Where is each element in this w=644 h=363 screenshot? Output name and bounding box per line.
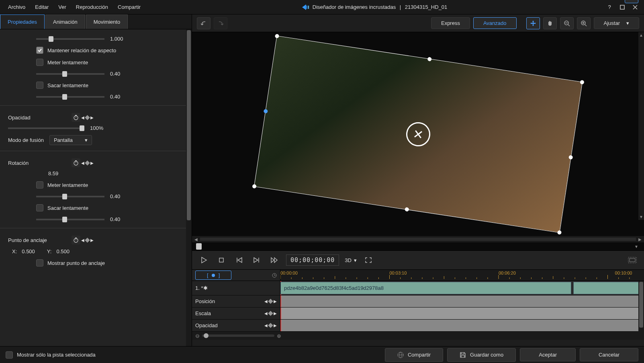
scale-easein-checkbox[interactable] [36,59,43,66]
handle-bottom-left[interactable] [252,184,256,188]
track-opacity-body[interactable] [280,320,644,331]
track-position-header[interactable]: Posición ◀▶ [192,295,280,307]
show-anchor-checkbox[interactable] [36,259,43,267]
stop-button[interactable] [215,254,227,266]
rotation-add-kf-icon[interactable] [85,160,90,166]
rotation-prev-kf-icon[interactable]: ◀ [81,161,84,165]
tab-properties[interactable]: Propiedades [0,14,45,29]
rotation-easeout-value[interactable]: 0.40 [110,216,129,222]
rotation-easeout-slider[interactable] [36,219,104,220]
zoom-in-icon[interactable] [577,17,591,29]
timeline-clip[interactable]: pdze4b82a9e0d7625d83f4c5ad19d2978a8 [280,282,571,294]
zoom-out-icon[interactable] [560,17,574,29]
opacity-slider[interactable] [8,127,84,129]
scale-value[interactable]: 1.000 [110,36,129,42]
fullscreen-icon[interactable] [362,254,374,266]
rotation-handle-icon[interactable] [404,120,431,148]
track-scale-header[interactable]: Escala ◀▶ [192,308,280,319]
mode-express-button[interactable]: Express [431,17,470,29]
menu-edit[interactable]: Editar [30,2,53,12]
preview-canvas[interactable]: ▲▼ [192,32,644,236]
handle-top-mid[interactable] [427,57,431,61]
blend-mode-dropdown[interactable]: Pantalla ▾ [49,135,92,145]
clip-transform-box[interactable] [254,35,582,233]
show-selected-track-checkbox[interactable] [6,351,13,359]
handle-top-left[interactable] [274,34,279,38]
timeline-clock-icon[interactable] [272,273,277,278]
next-frame-button[interactable] [251,254,263,266]
opacity-next-kf-icon[interactable]: ▶ [90,115,94,120]
track-position-body[interactable] [280,295,644,307]
fit-dropdown[interactable]: Ajustar▾ [594,17,639,29]
scale-easeout-checkbox[interactable] [36,82,43,89]
properties-scrollbar[interactable] [186,29,192,346]
anchor-y-value[interactable]: 0.500 [56,248,70,254]
preview-zoom-slider[interactable]: ▼ [192,242,644,250]
opacity-add-kf-icon[interactable] [85,115,90,120]
timeline-zoom-out-icon[interactable]: ⊖ [195,333,200,339]
mode-advanced-button[interactable]: Avanzado [473,17,517,29]
collapse-toggle-icon[interactable] [625,0,638,3]
scale-easein-value[interactable]: 0.40 [110,71,129,77]
redo-button[interactable] [214,17,227,29]
maximize-icon[interactable] [617,2,628,12]
undo-button[interactable] [197,17,211,29]
menu-playback[interactable]: Reproducción [71,2,113,12]
opacity-stopwatch-icon[interactable] [72,113,80,122]
handle-bottom-right[interactable] [557,230,561,234]
scale-easeout-slider[interactable] [36,96,104,98]
share-button[interactable]: Compartir [385,348,443,362]
close-icon[interactable] [630,2,641,12]
handle-bottom-mid[interactable] [405,207,409,211]
help-icon[interactable]: ? [604,2,615,12]
anchor-prev-kf-icon[interactable]: ◀ [81,238,84,242]
scale-slider[interactable] [36,38,104,40]
pan-tool-icon[interactable] [543,17,557,29]
rotation-easein-checkbox[interactable] [36,181,43,189]
opacity-value[interactable]: 100% [90,125,109,131]
timeline-ruler[interactable]: 00:00:00 00:03:10 00:06:20 00:10:00 [280,270,644,281]
timeline-zoom-slider[interactable] [202,334,274,337]
track-1-header[interactable]: 1. *✱ [192,281,280,295]
cancel-button[interactable]: Cancelar [580,348,638,361]
prev-frame-button[interactable] [233,254,245,266]
menu-view[interactable]: Ver [53,2,71,12]
rotation-easeout-checkbox[interactable] [36,204,43,211]
timeline-zoom-in-icon[interactable]: ⊕ [277,333,281,339]
opacity-prev-kf-icon[interactable]: ◀ [81,115,84,120]
rotation-easein-value[interactable]: 0.40 [110,193,129,199]
timeline-selection-button[interactable]: [ ] [195,271,231,280]
timecode-display[interactable]: 00;00;00;00 [286,254,339,266]
tab-motion[interactable]: Movimiento [86,14,128,29]
timeline-clip-2[interactable] [573,282,644,294]
anchor-add-kf-icon[interactable] [85,238,90,243]
track-opacity-header[interactable]: Opacidad ◀▶ [192,320,280,331]
rotation-stopwatch-icon[interactable] [72,158,80,167]
tab-animation[interactable]: Animación [45,14,85,29]
anchor-x-value[interactable]: 0.500 [22,248,35,254]
anchor-stopwatch-icon[interactable] [72,236,80,244]
handle-top-right[interactable] [580,80,584,84]
play-button[interactable] [198,254,210,266]
anchor-next-kf-icon[interactable]: ▶ [90,238,94,242]
move-tool-icon[interactable] [526,17,540,29]
menu-file[interactable]: Archivo [3,2,30,12]
handle-left-mid[interactable] [263,109,268,113]
fast-forward-button[interactable] [268,254,280,266]
menu-share[interactable]: Compartir [113,2,145,12]
scale-easein-slider[interactable] [36,73,104,75]
handle-right-mid[interactable] [568,155,573,159]
track-scale-body[interactable] [280,308,644,319]
timeline-vscroll[interactable] [638,281,644,338]
rotation-value[interactable]: 8.59 [48,170,184,176]
preview-vscroll[interactable]: ▲▼ [638,32,644,220]
accept-button[interactable]: Aceptar [520,348,576,361]
rotation-next-kf-icon[interactable]: ▶ [90,161,94,165]
3d-dropdown[interactable]: 3D▾ [345,257,357,263]
scale-easeout-value[interactable]: 0.40 [110,94,129,100]
rotation-easein-slider[interactable] [36,196,104,197]
keep-aspect-checkbox[interactable] [36,47,43,54]
safe-zone-icon[interactable] [626,254,638,266]
save-as-button[interactable]: Guardar como [447,348,516,362]
preview-hscroll[interactable]: ◀▶ [192,236,644,242]
